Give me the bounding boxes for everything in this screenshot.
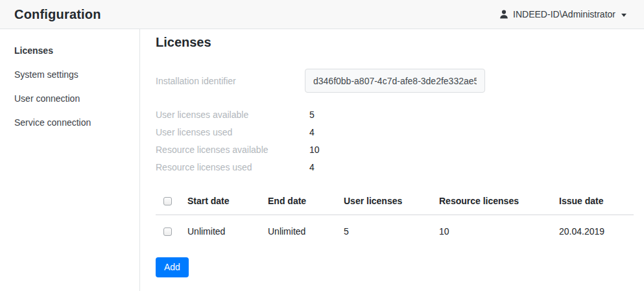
sidebar-item-service-connection[interactable]: Service connection — [0, 110, 139, 134]
row-select-checkbox[interactable] — [163, 227, 172, 236]
sidebar-item-label: User connection — [14, 93, 80, 104]
stat-value: 4 — [309, 127, 315, 137]
column-header-end-date: End date — [268, 187, 344, 215]
stat-row: Resource licenses available 10 — [156, 141, 644, 158]
sidebar-item-system-settings[interactable]: System settings — [0, 62, 139, 86]
stat-label: Resource licenses used — [156, 162, 309, 172]
stat-value: 4 — [309, 162, 315, 172]
main-content: Licenses Installation identifier User li… — [140, 29, 644, 291]
sidebar-item-label: Service connection — [14, 117, 91, 128]
app-window: Configuration INDEED-ID\Administrator Li… — [0, 0, 644, 291]
column-header-user-licenses: User licenses — [344, 187, 439, 215]
stat-row: Resource licenses used 4 — [156, 158, 644, 176]
sidebar-item-user-connection[interactable]: User connection — [0, 86, 139, 110]
stat-row: User licenses available 5 — [156, 106, 644, 123]
cell-end-date: Unlimited — [268, 215, 344, 250]
select-all-checkbox[interactable] — [163, 197, 172, 205]
cell-resource-licenses: 10 — [439, 215, 559, 250]
installation-identifier-field[interactable] — [305, 69, 485, 93]
row-select-cell — [156, 215, 187, 250]
installation-identifier-row: Installation identifier — [156, 69, 644, 93]
user-menu[interactable]: INDEED-ID\Administrator — [499, 9, 626, 19]
person-icon — [499, 9, 509, 19]
licenses-table: Start date End date User licenses Resour… — [156, 187, 634, 249]
sidebar-item-label: Licenses — [14, 45, 53, 56]
select-all-cell — [156, 187, 187, 215]
sidebar-item-licenses[interactable]: Licenses — [0, 38, 139, 62]
license-stats: User licenses available 5 User licenses … — [156, 106, 644, 176]
stat-value: 10 — [309, 145, 320, 155]
stat-row: User licenses used 4 — [156, 123, 644, 141]
caret-down-icon — [621, 14, 626, 17]
cell-start-date: Unlimited — [187, 215, 268, 250]
column-header-resource-licenses: Resource licenses — [439, 187, 559, 215]
stat-label: User licenses available — [156, 110, 309, 120]
column-header-start-date: Start date — [187, 187, 268, 215]
cell-issue-date: 20.04.2019 — [559, 215, 634, 250]
sidebar-item-label: System settings — [14, 69, 78, 80]
add-button[interactable]: Add — [156, 257, 189, 277]
page-title: Configuration — [14, 7, 101, 22]
stat-value: 5 — [309, 110, 315, 120]
top-header: Configuration INDEED-ID\Administrator — [0, 0, 644, 29]
installation-identifier-label: Installation identifier — [156, 76, 305, 86]
cell-user-licenses: 5 — [344, 215, 439, 250]
user-name: INDEED-ID\Administrator — [513, 9, 615, 19]
stat-label: User licenses used — [156, 127, 309, 137]
stat-label: Resource licenses available — [156, 145, 309, 155]
sidebar: Licenses System settings User connection… — [0, 29, 140, 291]
body: Licenses System settings User connection… — [0, 29, 644, 291]
table-header-row: Start date End date User licenses Resour… — [156, 187, 634, 215]
column-header-issue-date: Issue date — [559, 187, 634, 215]
table-row: Unlimited Unlimited 5 10 20.04.2019 — [156, 215, 634, 250]
section-title: Licenses — [156, 33, 644, 51]
